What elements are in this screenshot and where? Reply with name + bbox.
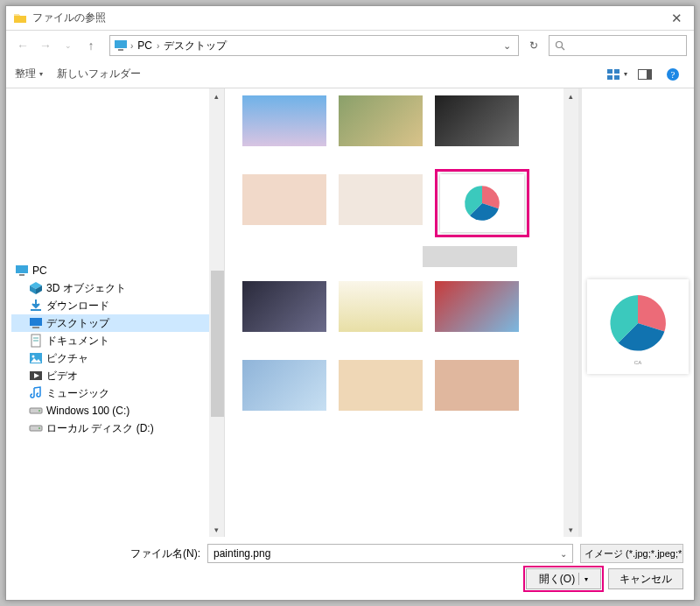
- chevron-down-icon: ▾: [39, 70, 43, 78]
- selection-background: [423, 246, 517, 267]
- svg-rect-19: [32, 327, 39, 328]
- sidebar-item-desktop[interactable]: デスクトップ: [11, 314, 209, 332]
- address-bar[interactable]: › PC › デスクトップ ⌄: [109, 35, 519, 56]
- search-input[interactable]: [549, 35, 687, 56]
- svg-rect-1: [118, 49, 123, 51]
- sidebar-item-ddrive[interactable]: ローカル ディスク (D:): [11, 419, 209, 437]
- sidebar-item-documents[interactable]: ドキュメント: [11, 332, 209, 349]
- file-thumbnail[interactable]: [242, 281, 326, 332]
- svg-rect-6: [607, 75, 612, 80]
- chevron-down-icon[interactable]: ⌄: [555, 549, 572, 559]
- file-thumbnail[interactable]: [435, 95, 519, 146]
- close-button[interactable]: ✕: [659, 6, 694, 31]
- window-title: ファイルの参照: [32, 11, 659, 25]
- file-thumbnail[interactable]: [339, 174, 423, 225]
- file-list: ▴ ▾: [225, 88, 578, 537]
- sidebar-item-label: デスクトップ: [46, 314, 109, 332]
- svg-text:?: ?: [671, 69, 676, 80]
- titlebar: ファイルの参照 ✕: [6, 6, 694, 31]
- doc-icon: [29, 334, 43, 348]
- help-button[interactable]: ?: [661, 65, 685, 84]
- file-thumbnail[interactable]: [339, 281, 423, 332]
- chevron-down-icon: ▾: [624, 70, 627, 78]
- svg-rect-9: [647, 70, 651, 79]
- svg-rect-18: [30, 318, 42, 326]
- file-thumbnail[interactable]: [435, 281, 519, 332]
- svg-point-24: [32, 356, 35, 358]
- sidebar-item-videos[interactable]: ビデオ: [11, 367, 209, 384]
- sidebar-item-label: ビデオ: [46, 367, 78, 384]
- file-thumbnail[interactable]: [339, 95, 423, 146]
- scroll-up-icon[interactable]: ▴: [564, 88, 578, 103]
- file-name-label: ファイル名(N):: [17, 546, 200, 561]
- path-seg-pc[interactable]: PC: [136, 39, 154, 52]
- sidebar-item-3d[interactable]: 3D オブジェクト: [11, 279, 209, 297]
- chevron-down-icon: ▾: [584, 575, 588, 583]
- nav-forward-button[interactable]: →: [36, 36, 55, 55]
- video-icon: [29, 369, 43, 383]
- file-dialog-window: ファイルの参照 ✕ ← → ⌄ ↑ › PC › デスクトップ ⌄ ↻ 整理▾: [5, 5, 695, 601]
- file-thumbnail[interactable]: [242, 174, 326, 225]
- sidebar: PC3D オブジェクトダウンロードデスクトップドキュメントピクチャビデオミュージ…: [6, 88, 225, 537]
- chevron-down-icon[interactable]: ⌄: [500, 40, 514, 52]
- scroll-down-icon[interactable]: ▾: [564, 522, 578, 537]
- file-name-field[interactable]: [208, 547, 555, 560]
- drive-icon: [29, 421, 43, 435]
- sidebar-item-label: ドキュメント: [46, 332, 109, 349]
- sidebar-item-label: Windows 100 (C:): [46, 402, 130, 419]
- cancel-button[interactable]: キャンセル: [608, 568, 683, 589]
- svg-rect-5: [614, 69, 620, 74]
- svg-rect-0: [115, 40, 127, 48]
- svg-rect-13: [19, 274, 24, 276]
- preview-pane-button[interactable]: [633, 65, 657, 84]
- nav-back-button[interactable]: ←: [13, 36, 32, 55]
- download-icon: [29, 299, 43, 313]
- sidebar-item-downloads[interactable]: ダウンロード: [11, 297, 209, 314]
- scroll-down-icon[interactable]: ▾: [209, 522, 224, 537]
- scroll-up-icon[interactable]: ▴: [209, 88, 224, 103]
- pc-icon: [114, 39, 128, 53]
- refresh-button[interactable]: ↻: [522, 35, 545, 56]
- monitor-icon: [15, 264, 29, 278]
- new-folder-button[interactable]: 新しいフォルダー: [57, 67, 141, 81]
- sidebar-item-label: ミュージック: [46, 384, 109, 402]
- content-scrollbar[interactable]: ▴ ▾: [564, 88, 578, 537]
- sidebar-item-label: PC: [32, 262, 47, 279]
- music-icon: [29, 386, 43, 400]
- sidebar-item-music[interactable]: ミュージック: [11, 384, 209, 402]
- open-button[interactable]: 開く(O) ▾: [526, 568, 601, 589]
- dialog-body: PC3D オブジェクトダウンロードデスクトップドキュメントピクチャビデオミュージ…: [6, 88, 694, 537]
- svg-line-3: [562, 47, 564, 50]
- path-seg-desktop[interactable]: デスクトップ: [162, 39, 228, 53]
- search-icon: [555, 40, 565, 51]
- sidebar-item-label: ローカル ディスク (D:): [46, 419, 154, 437]
- svg-rect-7: [614, 75, 620, 80]
- file-type-dropdown[interactable]: イメージ (*.jpg;*.jpeg;*.gif;*.png;*. ⌄: [580, 544, 683, 563]
- sidebar-item-pictures[interactable]: ピクチャ: [11, 349, 209, 367]
- svg-point-2: [556, 42, 563, 48]
- toolbar: 整理▾ 新しいフォルダー ▾ ?: [6, 60, 694, 88]
- sidebar-scrollbar[interactable]: ▴ ▾: [209, 88, 224, 537]
- desktop-icon: [29, 316, 43, 330]
- picture-icon: [29, 351, 43, 365]
- sidebar-item-label: ピクチャ: [46, 349, 88, 367]
- nav-history-button[interactable]: ⌄: [59, 36, 78, 55]
- sidebar-item-label: ダウンロード: [46, 297, 109, 314]
- footer: ファイル名(N): ⌄ イメージ (*.jpg;*.jpeg;*.gif;*.p…: [6, 537, 694, 600]
- sidebar-item-pc[interactable]: PC: [11, 262, 209, 279]
- organize-button[interactable]: 整理▾: [15, 67, 43, 81]
- file-thumbnail[interactable]: [435, 360, 519, 411]
- chevron-right-icon: ›: [154, 41, 162, 51]
- svg-point-28: [38, 410, 40, 412]
- sidebar-item-cdrive[interactable]: Windows 100 (C:): [11, 402, 209, 419]
- view-button[interactable]: ▾: [605, 65, 629, 84]
- chevron-right-icon: ›: [128, 41, 136, 51]
- file-thumbnail[interactable]: [242, 360, 326, 411]
- file-name-input[interactable]: ⌄: [207, 544, 573, 563]
- file-thumbnail[interactable]: [435, 169, 529, 237]
- file-thumbnail[interactable]: [242, 95, 326, 146]
- cube-icon: [29, 281, 43, 295]
- file-thumbnail[interactable]: [339, 360, 423, 411]
- nav-up-button[interactable]: ↑: [81, 36, 101, 55]
- svg-rect-12: [16, 265, 28, 273]
